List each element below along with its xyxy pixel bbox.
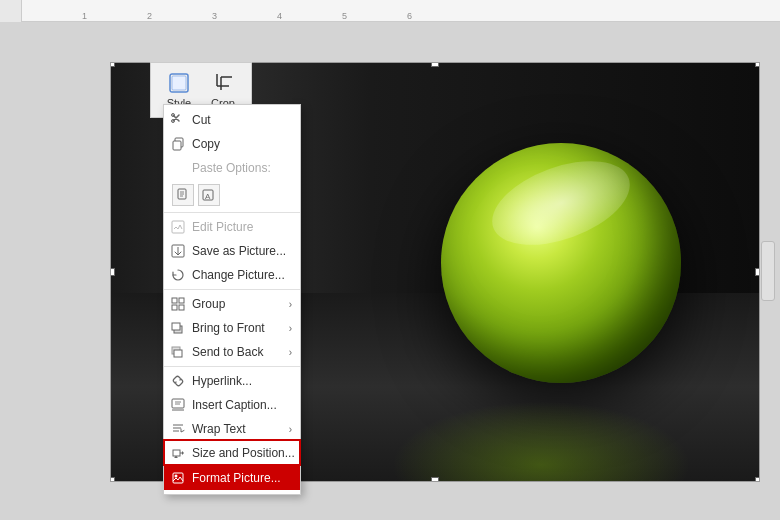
- handle-ml[interactable]: [110, 268, 115, 276]
- insert-caption-label: Insert Caption...: [192, 398, 277, 412]
- floor-glow: [391, 401, 691, 481]
- ruler-mark-6: 6: [407, 11, 412, 21]
- ruler-mark-2: 2: [147, 11, 152, 21]
- svg-text:A: A: [205, 192, 211, 201]
- scroll-indicator[interactable]: [761, 241, 775, 301]
- send-to-back-arrow: ›: [289, 347, 292, 358]
- menu-item-paste-options-header: Paste Options:: [164, 156, 300, 180]
- edit-picture-label: Edit Picture: [192, 220, 253, 234]
- paste-options-label: Paste Options:: [192, 161, 271, 175]
- wrap-text-label: Wrap Text: [192, 422, 246, 436]
- handle-mr[interactable]: [755, 268, 760, 276]
- svg-marker-37: [182, 451, 184, 455]
- menu-item-insert-caption[interactable]: Insert Caption...: [164, 393, 300, 417]
- svg-rect-16: [172, 221, 184, 233]
- change-picture-icon: [170, 267, 186, 283]
- svg-rect-39: [173, 473, 183, 483]
- edit-picture-icon: [170, 219, 186, 235]
- menu-item-hyperlink[interactable]: Hyperlink...: [164, 369, 300, 393]
- style-icon: [167, 71, 191, 95]
- menu-item-send-to-back[interactable]: Send to Back ›: [164, 340, 300, 364]
- paste-options-row: A: [164, 180, 300, 210]
- hyperlink-icon: [170, 373, 186, 389]
- wrap-text-arrow: ›: [289, 424, 292, 435]
- menu-item-wrap-text[interactable]: Wrap Text ›: [164, 417, 300, 441]
- handle-tr[interactable]: [755, 62, 760, 67]
- group-arrow: ›: [289, 299, 292, 310]
- handle-bm[interactable]: [431, 477, 439, 482]
- ruler-top: 1 2 3 4 5 6: [0, 0, 780, 22]
- svg-rect-1: [172, 76, 186, 90]
- svg-rect-19: [172, 298, 177, 303]
- menu-item-size-and-position[interactable]: Size and Position...: [164, 441, 300, 465]
- menu-item-group[interactable]: Group ›: [164, 292, 300, 316]
- handle-tm[interactable]: [431, 62, 439, 67]
- hyperlink-label: Hyperlink...: [192, 374, 252, 388]
- insert-caption-icon: [170, 397, 186, 413]
- ruler-marks: 1 2 3 4 5 6: [22, 0, 780, 21]
- send-to-back-icon: [170, 344, 186, 360]
- save-as-picture-icon: [170, 243, 186, 259]
- ruler-mark-3: 3: [212, 11, 217, 21]
- ruler-mark-4: 4: [277, 11, 282, 21]
- separator-3: [164, 366, 300, 367]
- svg-point-40: [175, 475, 178, 478]
- context-menu: Cut Copy Paste Options: A: [163, 104, 301, 495]
- paste-option-1[interactable]: [172, 184, 194, 206]
- cut-icon: [170, 112, 186, 128]
- svg-rect-9: [173, 141, 181, 150]
- save-as-picture-label: Save as Picture...: [192, 244, 286, 258]
- paste-option-2[interactable]: A: [198, 184, 220, 206]
- handle-br[interactable]: [755, 477, 760, 482]
- bring-to-front-icon: [170, 320, 186, 336]
- size-position-icon: [170, 445, 186, 461]
- wrap-text-icon: [170, 421, 186, 437]
- svg-rect-27: [172, 399, 184, 408]
- svg-rect-20: [179, 298, 184, 303]
- copy-icon: [170, 136, 186, 152]
- horizontal-ruler: 1 2 3 4 5 6: [22, 0, 780, 21]
- svg-rect-24: [172, 323, 180, 330]
- menu-item-bring-to-front[interactable]: Bring to Front ›: [164, 316, 300, 340]
- cut-label: Cut: [192, 113, 211, 127]
- menu-item-change-picture[interactable]: Change Picture...: [164, 263, 300, 287]
- menu-item-save-as-picture[interactable]: Save as Picture...: [164, 239, 300, 263]
- group-label: Group: [192, 297, 225, 311]
- format-picture-label: Format Picture...: [192, 471, 281, 485]
- svg-rect-22: [179, 305, 184, 310]
- menu-item-format-picture[interactable]: Format Picture...: [164, 466, 300, 490]
- change-picture-label: Change Picture...: [192, 268, 285, 282]
- send-to-back-label: Send to Back: [192, 345, 263, 359]
- group-icon: [170, 296, 186, 312]
- main-area: Style Crop: [0, 22, 780, 520]
- svg-rect-34: [173, 450, 180, 456]
- ruler-corner: [0, 0, 22, 22]
- green-ball: [441, 143, 681, 383]
- svg-rect-26: [174, 350, 182, 357]
- paste-header-icon: [170, 160, 186, 176]
- svg-rect-21: [172, 305, 177, 310]
- bring-to-front-label: Bring to Front: [192, 321, 265, 335]
- menu-item-edit-picture[interactable]: Edit Picture: [164, 215, 300, 239]
- separator-2: [164, 289, 300, 290]
- size-and-position-label: Size and Position...: [192, 446, 295, 460]
- separator-1: [164, 212, 300, 213]
- crop-icon: [211, 71, 235, 95]
- handle-bl[interactable]: [110, 477, 115, 482]
- handle-tl[interactable]: [110, 62, 115, 67]
- copy-label: Copy: [192, 137, 220, 151]
- menu-item-copy[interactable]: Copy: [164, 132, 300, 156]
- bring-to-front-arrow: ›: [289, 323, 292, 334]
- format-picture-icon: [170, 470, 186, 486]
- menu-item-cut[interactable]: Cut: [164, 108, 300, 132]
- ruler-mark-1: 1: [82, 11, 87, 21]
- ruler-mark-5: 5: [342, 11, 347, 21]
